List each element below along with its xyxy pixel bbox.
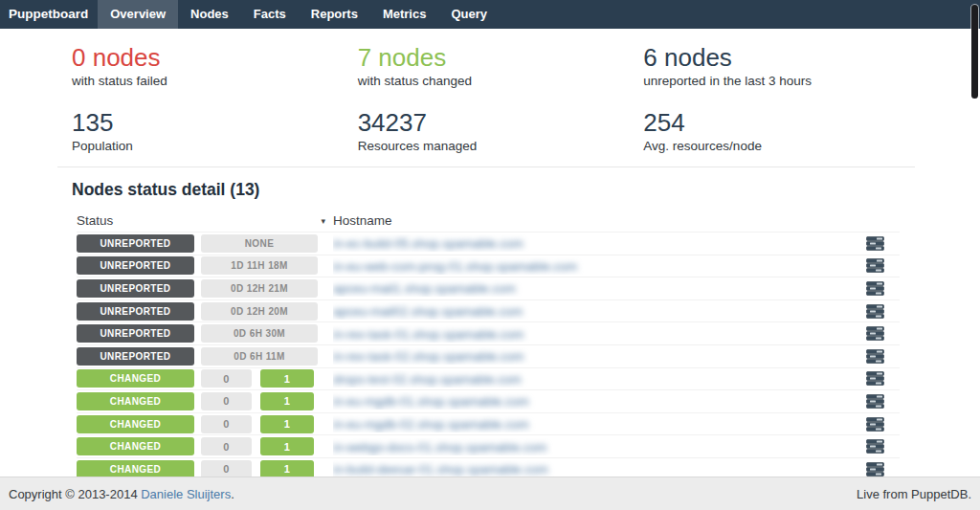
- hostname-cell: in-rex-task-01.shop.spamable.com: [333, 325, 850, 343]
- last-report-badge: 0D 12H 20M: [201, 302, 318, 321]
- status-header-label: Status: [77, 213, 113, 228]
- skipped-count-badge: 0: [201, 460, 252, 477]
- footer: Copyright © 2013-2014 Daniele Sluijters.…: [0, 477, 980, 510]
- detail-cell: 0D 6H 11M: [201, 347, 333, 366]
- stat-population-label: Population: [72, 138, 344, 155]
- table-row: UNREPORTED 0D 12H 20M apceu-mail02.shop.…: [77, 299, 900, 322]
- status-badge: UNREPORTED: [77, 324, 194, 343]
- report-icon[interactable]: [850, 371, 900, 386]
- tab-metrics[interactable]: Metrics: [370, 0, 439, 29]
- detail-cell: NONE: [201, 234, 333, 253]
- stat-resources-label: Resources managed: [358, 138, 630, 155]
- brand-link[interactable]: Puppetboard: [0, 0, 98, 29]
- hostname-link[interactable]: in-eu-mgdb-01.shop.spamable.com: [333, 394, 529, 409]
- nodes-table: Status ▾ Hostname UNREPORTED NONE in-ec-…: [77, 200, 900, 477]
- nodes-table-body: UNREPORTED NONE in-ec-build-05.shop.spam…: [77, 232, 900, 477]
- hostname-cell: in-ec-build-05.shop.spamable.com: [333, 234, 850, 252]
- copyright-text: Copyright © 2013-2014: [9, 487, 138, 501]
- stat-population: 135 Population: [57, 109, 344, 155]
- status-badge: UNREPORTED: [77, 302, 194, 321]
- status-badge: CHANGED: [77, 392, 194, 410]
- hostname-link[interactable]: drops-test-02.shop.spamable.com: [333, 372, 522, 387]
- column-header-hostname: Hostname: [333, 213, 900, 228]
- section-title: Nodes status detail (13): [72, 179, 915, 200]
- author-link[interactable]: Daniele Sluijters: [141, 487, 231, 501]
- last-report-badge: 0D 6H 11M: [201, 347, 318, 366]
- status-sort-caret-icon[interactable]: ▾: [321, 216, 325, 226]
- report-icon[interactable]: [850, 462, 900, 477]
- stats-grid: 0 nodes with status failed 7 nodes with …: [57, 44, 915, 155]
- hostname-cell: in-eu-mgdb-01.shop.spamable.com: [333, 392, 850, 410]
- status-badge: UNREPORTED: [77, 279, 194, 298]
- hostname-link[interactable]: in-eu-mgdb-02.shop.spamable.com: [333, 417, 529, 432]
- report-icon[interactable]: [850, 281, 900, 296]
- changed-count-badge: 1: [260, 392, 314, 410]
- skipped-count-badge: 0: [201, 415, 252, 433]
- scrollbar-thumb[interactable]: [971, 5, 978, 99]
- hostname-link[interactable]: in-build-deesar-01.shop.spamable.com: [333, 462, 548, 477]
- main-content: Puppetboard Overview Nodes Facts Reports…: [0, 0, 980, 477]
- hostname-link[interactable]: apceu-mail1.shop.spamable.com: [333, 281, 516, 296]
- hostname-cell: in-build-deesar-01.shop.spamable.com: [333, 460, 850, 477]
- changed-count-badge: 1: [260, 460, 314, 477]
- hostname-cell: apceu-mail1.shop.spamable.com: [333, 279, 850, 297]
- column-header-status: Status ▾: [77, 213, 333, 228]
- status-badge: UNREPORTED: [77, 256, 194, 275]
- stat-changed: 7 nodes with status changed: [344, 44, 630, 90]
- status-badge: CHANGED: [77, 437, 194, 455]
- table-row: CHANGED 01 in-build-deesar-01.shop.spama…: [77, 457, 900, 477]
- last-report-badge: 0D 6H 30M: [201, 324, 318, 343]
- table-row: CHANGED 01 in-webgo-docs-01.shop.spamabl…: [77, 434, 900, 457]
- hostname-link[interactable]: in-ec-build-05.shop.spamable.com: [333, 236, 523, 251]
- last-report-badge: NONE: [201, 234, 318, 253]
- hostname-link[interactable]: in-rex-task-01.shop.spamable.com: [333, 327, 523, 342]
- footer-live-status: Live from PuppetDB.: [857, 487, 971, 501]
- report-icon[interactable]: [850, 258, 900, 273]
- stat-resources-value: 34237: [358, 109, 630, 136]
- detail-cell: 1D 11H 18M: [201, 256, 333, 275]
- table-row: UNREPORTED 0D 6H 11M in-rex-task-02.shop…: [77, 344, 900, 367]
- table-row: CHANGED 01 in-eu-mgdb-01.shop.spamable.c…: [77, 389, 900, 412]
- table-row: CHANGED 01 drops-test-02.shop.spamable.c…: [77, 367, 900, 390]
- stat-resources: 34237 Resources managed: [344, 109, 630, 155]
- stat-failed-label: with status failed: [72, 73, 344, 90]
- detail-cell: 01: [201, 437, 333, 455]
- hostname-link[interactable]: apceu-mail02.shop.spamable.com: [333, 304, 523, 319]
- report-icon[interactable]: [850, 236, 900, 251]
- hostname-cell: apceu-mail02.shop.spamable.com: [333, 302, 850, 320]
- tab-reports[interactable]: Reports: [299, 0, 370, 29]
- skipped-count-badge: 0: [201, 369, 252, 388]
- report-icon[interactable]: [850, 304, 900, 319]
- tab-overview[interactable]: Overview: [98, 0, 178, 29]
- status-badge: CHANGED: [77, 415, 194, 433]
- table-header: Status ▾ Hostname: [77, 200, 900, 232]
- navbar: Puppetboard Overview Nodes Facts Reports…: [0, 0, 980, 29]
- skipped-count-badge: 0: [201, 437, 252, 455]
- report-icon[interactable]: [850, 394, 900, 409]
- tab-nodes[interactable]: Nodes: [178, 0, 241, 29]
- hostname-link[interactable]: in-webgo-docs-01.shop.spamable.com: [333, 440, 546, 455]
- table-row: UNREPORTED 0D 12H 21M apceu-mail1.shop.s…: [77, 277, 900, 299]
- detail-cell: 0D 12H 20M: [201, 302, 333, 321]
- skipped-count-badge: 0: [201, 392, 252, 410]
- status-badge: UNREPORTED: [77, 234, 194, 253]
- footer-copyright: Copyright © 2013-2014 Daniele Sluijters.: [9, 487, 234, 501]
- changed-count-badge: 1: [260, 437, 314, 455]
- copyright-period: .: [231, 487, 234, 501]
- report-icon[interactable]: [850, 439, 900, 454]
- report-icon[interactable]: [850, 349, 900, 364]
- report-icon[interactable]: [850, 417, 900, 432]
- stat-avg-resources: 254 Avg. resources/node: [629, 109, 915, 155]
- hostname-link[interactable]: in-eu-web-com-prog-01.shop.spamable.com: [333, 259, 577, 274]
- stat-changed-value: 7 nodes: [358, 44, 630, 71]
- report-icon[interactable]: [850, 326, 900, 341]
- hostname-link[interactable]: in-rex-task-02.shop.spamable.com: [333, 349, 523, 364]
- tab-facts[interactable]: Facts: [241, 0, 299, 29]
- tab-query[interactable]: Query: [438, 0, 500, 29]
- stat-failed-value: 0 nodes: [72, 44, 344, 71]
- hostname-cell: in-eu-mgdb-02.shop.spamable.com: [333, 415, 850, 432]
- stat-failed: 0 nodes with status failed: [57, 44, 344, 90]
- stat-unreported: 6 nodes unreported in the last 3 hours: [629, 44, 915, 90]
- stat-changed-label: with status changed: [358, 73, 630, 90]
- table-row: CHANGED 01 in-eu-mgdb-02.shop.spamable.c…: [77, 412, 900, 435]
